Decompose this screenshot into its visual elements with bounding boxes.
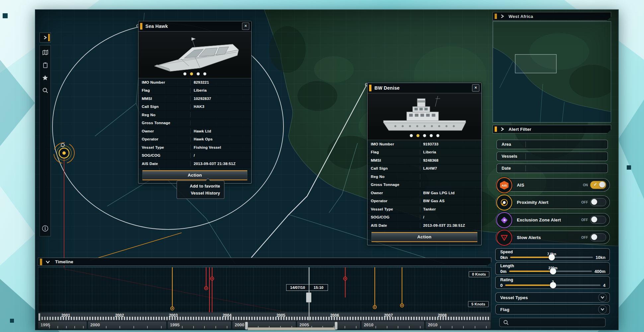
dropdown-flag[interactable]: Flag: [495, 304, 610, 314]
detail-row: MMSI9248368: [367, 156, 481, 165]
dropdown-vessel-types[interactable]: Vessel Types: [495, 292, 610, 302]
slider-track[interactable]: 7.0kn: [510, 257, 593, 258]
slider-knob[interactable]: [550, 268, 556, 275]
carousel-dot[interactable]: [416, 134, 419, 137]
overview-segment[interactable]: 2000: [88, 321, 167, 329]
timeline-plot[interactable]: [38, 267, 491, 312]
slider-knob[interactable]: [550, 282, 556, 289]
alert-toggle-slow-alerts[interactable]: !Slow AlertsOFF: [495, 231, 610, 244]
detail-value: Fishing Vessel: [190, 145, 221, 149]
sidebar-expand-tab[interactable]: [40, 33, 51, 42]
alert-toggle-exclusion-zone-alert[interactable]: Exclusion Zone AlertOFF: [495, 213, 610, 226]
toggle-label: AIS: [517, 183, 524, 188]
detail-row: SOG/COG/: [367, 213, 481, 222]
region-minimap[interactable]: [493, 21, 611, 123]
overview-selection-range[interactable]: [248, 327, 336, 330]
vessel-details-table: IMO Number9193733FlagLiberiaMMSI9248368C…: [367, 140, 481, 230]
detail-row: Call SignHAK3: [138, 103, 251, 111]
clipboard-icon[interactable]: [41, 61, 49, 69]
slider-speed[interactable]: Speed0kn7.0kn10kn: [495, 248, 610, 261]
search-icon[interactable]: [41, 87, 49, 94]
region-panel-header[interactable]: West Africa: [493, 12, 611, 21]
close-icon[interactable]: ×: [242, 23, 249, 30]
overview-range-handle-right[interactable]: [335, 322, 338, 330]
toggle-knob[interactable]: [591, 234, 597, 240]
slider-track[interactable]: 2: [505, 285, 601, 286]
carousel-dot[interactable]: [190, 72, 193, 75]
detail-label: Call Sign: [367, 166, 420, 170]
filter-field-date[interactable]: Date: [497, 164, 608, 173]
slider-max: 10kn: [596, 255, 605, 260]
timeline-header[interactable]: Timeline: [38, 258, 491, 266]
alert-filter-header[interactable]: Alert Filter: [493, 125, 611, 133]
overview-segment[interactable]: 2010: [425, 321, 491, 329]
info-icon[interactable]: [41, 225, 49, 232]
detail-label: Operator: [367, 199, 420, 203]
popup-header[interactable]: Sea Hawk ×: [138, 21, 251, 32]
chevron-down-icon[interactable]: [598, 293, 607, 302]
timeline-cursor-handle[interactable]: [306, 292, 311, 302]
filter-field-vessels[interactable]: Vessels: [497, 152, 608, 161]
detail-label: Flag: [367, 150, 420, 154]
carousel-dot[interactable]: [430, 134, 433, 137]
detail-label: MMSI: [367, 158, 420, 162]
toggle-switch[interactable]: [590, 233, 606, 241]
slider-knob[interactable]: [548, 254, 555, 261]
slider-length[interactable]: Length0m220m400m: [495, 262, 610, 275]
action-button[interactable]: Action: [371, 232, 477, 242]
ruler-handle[interactable]: [39, 313, 40, 321]
slider-track[interactable]: 220m: [509, 271, 592, 272]
popup-header[interactable]: BW Denise ×: [367, 83, 481, 93]
toggle-knob[interactable]: [591, 199, 597, 205]
speed-badge-5-knots: 5 Knots: [468, 301, 489, 307]
timeline-ruler[interactable]: 20012002200320042005200620072008: [38, 312, 491, 321]
toggle-knob[interactable]: [599, 182, 605, 188]
toggle-switch[interactable]: ✓: [590, 181, 606, 189]
detail-value: BW Gas LPG Ltd: [420, 191, 455, 195]
map-icon[interactable]: [41, 49, 49, 56]
action-context-menu: Add to favorite Vessel History: [177, 181, 224, 199]
overview-segment[interactable]: 2010: [361, 321, 425, 329]
toggle-state-label: OFF: [581, 236, 588, 239]
menu-item-add-to-favorite[interactable]: Add to favorite: [190, 184, 220, 189]
slider-rating[interactable]: Rating024: [495, 276, 610, 289]
menu-item-vessel-history[interactable]: Vessel History: [191, 191, 220, 196]
dropdown-label: Flag: [496, 307, 510, 312]
filter-field-area[interactable]: Area: [497, 140, 608, 149]
overview-segment[interactable]: 1995: [38, 321, 87, 329]
detail-row: FlagLiberia: [138, 87, 251, 95]
timeline-overview[interactable]: 2010201020052000199520001995: [38, 321, 491, 330]
detail-label: SOG/COG: [367, 215, 420, 219]
detail-value: 10292837: [190, 97, 211, 101]
overview-segment[interactable]: 1995: [167, 321, 231, 329]
search-input[interactable]: [509, 320, 605, 325]
detail-row: Reg No: [367, 173, 481, 181]
cursor-time-label: 15:10: [309, 284, 328, 291]
exclusion-zone: [496, 212, 512, 228]
carousel-dot[interactable]: [203, 72, 206, 75]
detail-value: Hawk Ops: [190, 137, 212, 141]
vessel-details-table: IMO Number8293221FlagLiberiaMMSI10292837…: [138, 78, 251, 168]
toggle-switch[interactable]: [590, 216, 606, 224]
detail-value: Tanker: [420, 207, 436, 211]
carousel-dot[interactable]: [184, 72, 187, 75]
detail-row: Reg No: [138, 111, 251, 119]
toggle-knob[interactable]: [591, 216, 597, 222]
dropdown-label: Vessel Types: [496, 295, 528, 300]
detail-row: IMO Number8293221: [138, 78, 251, 87]
carousel-dot[interactable]: [197, 72, 200, 75]
detail-value: Hawk Ltd: [190, 129, 211, 133]
alert-toggle-ais[interactable]: AISAISON✓: [495, 178, 610, 192]
carousel-dot[interactable]: [410, 134, 413, 137]
carousel-dot[interactable]: [436, 134, 439, 137]
action-button[interactable]: Action: [142, 170, 247, 180]
carousel-dot[interactable]: [423, 134, 426, 137]
toggle-switch[interactable]: [590, 198, 606, 206]
close-icon[interactable]: ×: [472, 84, 479, 92]
star-icon[interactable]: [41, 74, 49, 81]
vessel-search-field[interactable]: [499, 318, 605, 327]
sidebar: [40, 45, 51, 236]
alert-toggle-proximity-alert[interactable]: Proximity AlertOFF: [495, 196, 610, 209]
overview-range-handle-left[interactable]: [245, 322, 248, 330]
chevron-down-icon[interactable]: [598, 305, 607, 314]
